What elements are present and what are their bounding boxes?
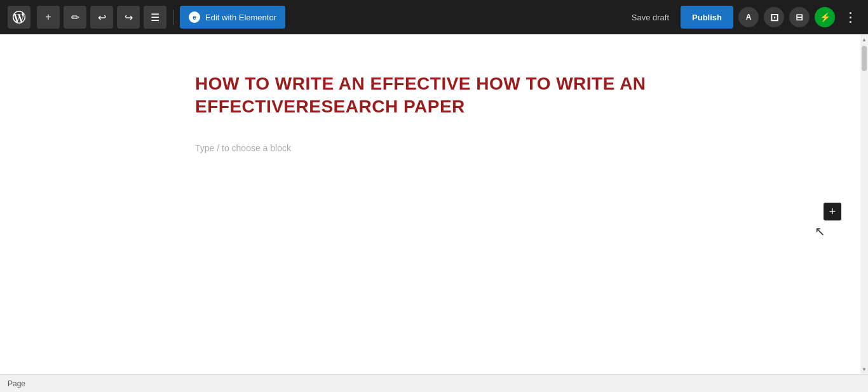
wordpress-icon xyxy=(13,11,25,24)
scroll-down-arrow[interactable]: ▼ xyxy=(860,364,868,374)
wp-logo-button[interactable] xyxy=(8,6,31,29)
more-options-button[interactable]: ⋮ xyxy=(840,7,860,27)
more-icon: ⋮ xyxy=(844,10,857,25)
settings-icon: ⊟ xyxy=(796,12,803,22)
settings-panel-button[interactable]: ⊟ xyxy=(789,7,810,27)
add-block-floating-button[interactable]: + xyxy=(824,203,841,220)
status-bar: Page xyxy=(0,374,868,392)
publish-button[interactable]: Publish xyxy=(681,6,733,29)
content-wrapper: HOW TO WRITE AN EFFECTIVE HOW TO WRITE A… xyxy=(0,34,868,374)
add-block-button[interactable]: + xyxy=(37,6,60,29)
scrollbar-track: ▲ ▼ xyxy=(860,34,868,374)
scrollbar-thumb[interactable] xyxy=(862,46,867,71)
post-title[interactable]: HOW TO WRITE AN EFFECTIVE HOW TO WRITE A… xyxy=(195,72,665,119)
toolbar: + ✏ ↩ ↪ ☰ e Edit with Elementor Save dra… xyxy=(0,0,868,34)
separator xyxy=(173,10,173,25)
edit-elementor-label: Edit with Elementor xyxy=(205,13,276,22)
block-placeholder[interactable]: Type / to choose a block xyxy=(195,138,665,158)
editor-content: HOW TO WRITE AN EFFECTIVE HOW TO WRITE A… xyxy=(144,34,716,184)
elementor-icon: e xyxy=(189,11,200,23)
cursor-indicator: ↖ xyxy=(815,224,825,239)
preview-icon: ⊡ xyxy=(770,11,778,24)
page-label: Page xyxy=(8,379,25,388)
save-draft-button[interactable]: Save draft xyxy=(625,9,675,26)
editor-area[interactable]: HOW TO WRITE AN EFFECTIVE HOW TO WRITE A… xyxy=(0,34,860,374)
list-icon: ☰ xyxy=(151,11,159,24)
toolbar-right: Save draft Publish A ⊡ ⊟ ⚡ ⋮ xyxy=(625,6,860,29)
preview-button[interactable]: ⊡ xyxy=(764,7,784,27)
a-icon: A xyxy=(746,13,752,22)
edit-elementor-button[interactable]: e Edit with Elementor xyxy=(180,6,285,29)
plus-icon: + xyxy=(45,11,51,23)
undo-button[interactable]: ↩ xyxy=(90,6,113,29)
tools-button[interactable]: ✏ xyxy=(64,6,86,29)
bolt-icon: ⚡ xyxy=(820,12,831,22)
undo-icon: ↩ xyxy=(98,11,106,24)
autosave-icon-button[interactable]: A xyxy=(738,7,759,27)
redo-icon: ↪ xyxy=(125,11,133,24)
list-view-button[interactable]: ☰ xyxy=(144,6,166,29)
scroll-up-arrow[interactable]: ▲ xyxy=(860,34,868,44)
jetpack-button[interactable]: ⚡ xyxy=(815,7,835,27)
pencil-icon: ✏ xyxy=(71,11,79,24)
redo-button[interactable]: ↪ xyxy=(117,6,140,29)
